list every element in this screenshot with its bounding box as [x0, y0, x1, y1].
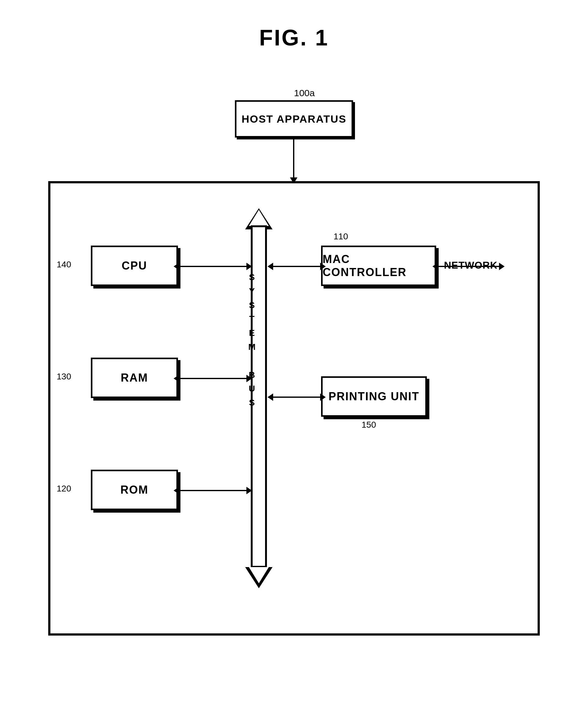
cpu-label: CPU: [122, 259, 147, 272]
label-100a: 100a: [294, 88, 315, 98]
ram-label: RAM: [121, 371, 148, 384]
rom-box: ROM: [91, 470, 178, 510]
printing-unit-label: PRINTING UNIT: [329, 390, 419, 403]
cpu-bus-arrow: [178, 266, 247, 267]
host-down-arrow: [293, 138, 294, 178]
rom-label: ROM: [120, 483, 148, 496]
ref-label-140: 140: [57, 260, 71, 269]
ref-label-150: 150: [361, 420, 376, 430]
figure-title: FIG. 1: [259, 25, 329, 50]
main-box: SYSTEMBUS 140 CPU 130 RAM 120 ROM: [48, 181, 540, 636]
printing-unit-box: PRINTING UNIT: [321, 376, 427, 417]
ram-box: RAM: [91, 358, 178, 398]
mac-controller-box: MAC CONTROLLER: [321, 246, 436, 286]
ref-label-120: 120: [57, 484, 71, 494]
ref-label-110: 110: [334, 231, 348, 242]
cpu-box: CPU: [91, 246, 178, 286]
network-label: NETWORK: [444, 260, 498, 271]
host-apparatus-box: HOST APPARATUS: [235, 100, 353, 138]
ram-bus-arrow: [178, 378, 247, 379]
diagram-area: 100a HOST APPARATUS 100: [29, 69, 559, 660]
rom-bus-arrow: [178, 490, 247, 491]
bus-mac-arrow: [273, 266, 321, 267]
system-bus-text: SYSTEMBUS: [248, 270, 257, 410]
ref-label-130: 130: [57, 372, 71, 382]
mac-controller-label: MAC CONTROLLER: [323, 253, 435, 279]
page: FIG. 1 100a HOST APPARATUS 100: [0, 0, 588, 714]
host-apparatus-label: HOST APPARATUS: [241, 113, 346, 125]
bus-printing-arrow: [273, 396, 321, 398]
